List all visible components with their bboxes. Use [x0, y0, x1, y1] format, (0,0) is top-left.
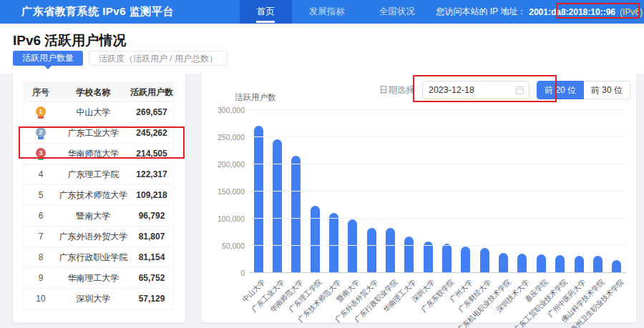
bar[interactable] [442, 244, 452, 272]
school-name: 广东行政职业学院 [57, 252, 130, 264]
ranking-table: 序号 学校名称 活跃用户数 1中山大学269,6572广东工业大学245,262… [24, 82, 175, 309]
bar[interactable] [555, 255, 565, 272]
top-n-button-group: 前 20 位 前 30 位 [537, 81, 630, 99]
page-title: IPv6 活跃用户情况 [13, 31, 126, 50]
table-row[interactable]: 10深圳大学57,129 [24, 288, 174, 309]
top-navbar: 广东省教育系统 IPv6 监测平台 首页 发展指标 全国状况 您访问本站的 IP… [0, 0, 644, 24]
bar[interactable] [424, 242, 433, 272]
rank-number: 8 [24, 252, 57, 262]
y-axis-tick-label: 250,000 [208, 133, 245, 141]
bar[interactable] [517, 254, 527, 272]
bar[interactable] [499, 253, 508, 272]
top-20-button[interactable]: 前 20 位 [537, 81, 584, 99]
active-user-count: 57,129 [130, 294, 174, 304]
rank-number: 7 [24, 232, 57, 242]
active-user-count: 81,154 [130, 252, 174, 262]
gridline [249, 245, 626, 246]
bar[interactable] [367, 228, 376, 272]
page: 广东省教育系统 IPv6 监测平台 首页 发展指标 全国状况 您访问本站的 IP… [0, 0, 644, 328]
date-picker-input[interactable]: 2023-12-18 [422, 81, 530, 99]
table-header-row: 序号 学校名称 活跃用户数 [24, 83, 174, 101]
bar[interactable] [461, 247, 470, 272]
col-header-rank: 序号 [24, 86, 57, 99]
bar[interactable] [291, 156, 301, 272]
table-row[interactable]: 5广东技术师范大学109,218 [24, 184, 174, 205]
chart-card: 日期选择 2023-12-18 前 20 位 前 30 位 活跃用户数 300,… [201, 74, 636, 322]
gridline [249, 191, 626, 192]
table-row[interactable]: 2广东工业大学245,262 [24, 122, 174, 143]
tab-active-user-count[interactable]: 活跃用户数量 [13, 51, 83, 66]
school-name: 中山大学 [57, 106, 130, 119]
table-row[interactable]: 9华南理工大学65,752 [24, 267, 174, 288]
ip-protocol-badge: (IPv6) [620, 7, 643, 17]
active-tab-caret-icon [44, 66, 52, 69]
y-axis-tick-label: 300,000 [208, 106, 245, 114]
table-row[interactable]: 8广东行政职业学院81,154 [24, 247, 174, 267]
gridline [249, 136, 626, 137]
rank-number: 4 [24, 169, 57, 179]
bar-chart-plot: 300,000250,000200,000150,000100,00050,00… [249, 109, 626, 272]
active-user-count: 269,657 [130, 107, 174, 117]
table-row[interactable]: 6暨南大学96,792 [24, 205, 174, 226]
school-name: 广东理工学院 [57, 169, 130, 181]
active-user-count: 245,262 [130, 128, 174, 138]
school-name: 华南理工大学 [57, 272, 130, 284]
col-header-users: 活跃用户数 [130, 86, 174, 99]
gridline [249, 218, 626, 219]
school-name: 华南师范大学 [57, 148, 130, 160]
active-user-count: 109,218 [130, 190, 174, 200]
rank-medal-icon: 3 [24, 148, 57, 160]
nav-item-development-index[interactable]: 发展指标 [292, 0, 362, 24]
bar[interactable] [311, 206, 320, 272]
active-user-count: 81,807 [130, 232, 174, 242]
nav-menu: 首页 发展指标 全国状况 [240, 0, 432, 24]
bar[interactable] [273, 139, 282, 272]
page-header: IPv6 活跃用户情况 活跃用户数量 活跃度（活跃用户 / 用户总数） [0, 24, 644, 74]
y-axis-title: 活跃用户数 [235, 92, 276, 103]
gridline [249, 164, 626, 164]
x-axis-line [249, 272, 626, 273]
visitor-ip-info: 您访问本站的 IP 地址： 2001:da8:2018:10::96 (IPv6… [436, 0, 643, 24]
nav-item-home[interactable]: 首页 [240, 0, 292, 24]
table-body: 1中山大学269,6572广东工业大学245,2623华南师范大学214,505… [24, 101, 174, 309]
nav-item-national-status[interactable]: 全国状况 [362, 0, 432, 24]
tab-activity-ratio[interactable]: 活跃度（活跃用户 / 用户总数） [89, 51, 228, 66]
y-axis-tick-label: 0 [208, 269, 245, 277]
bar[interactable] [537, 254, 546, 272]
ip-value: 2001:da8:2018:10::96 [526, 7, 618, 17]
rank-medal-icon: 1 [24, 106, 57, 119]
bar[interactable] [612, 260, 621, 272]
bar[interactable] [254, 126, 263, 272]
y-axis-tick-label: 100,000 [208, 214, 245, 223]
rank-medal-icon: 2 [24, 127, 57, 139]
bar[interactable] [329, 213, 338, 272]
bar[interactable] [593, 256, 602, 272]
table-row[interactable]: 3华南师范大学214,505 [24, 143, 174, 164]
gridline [249, 109, 626, 110]
y-axis-tick-label: 200,000 [208, 160, 245, 169]
table-row[interactable]: 4广东理工学院122,317 [24, 164, 174, 184]
rank-number: 9 [24, 273, 57, 283]
y-axis-tick-label: 150,000 [208, 187, 245, 196]
rank-number: 6 [24, 211, 57, 221]
school-name: 暨南大学 [57, 210, 130, 222]
bar[interactable] [348, 219, 357, 272]
table-row[interactable]: 7广东外语外贸大学81,807 [24, 226, 174, 247]
bar[interactable] [386, 228, 395, 272]
school-name: 广东技术师范大学 [57, 189, 130, 202]
bar[interactable] [404, 237, 414, 272]
col-header-school: 学校名称 [57, 86, 130, 99]
table-row[interactable]: 1中山大学269,657 [24, 101, 174, 122]
active-tab-underline [256, 21, 275, 23]
active-user-count: 65,752 [130, 273, 174, 283]
active-user-count: 122,317 [130, 169, 174, 179]
date-picker-label: 日期选择 [379, 84, 415, 96]
top-30-button[interactable]: 前 30 位 [584, 81, 630, 99]
school-name: 广东外语外贸大学 [57, 231, 130, 243]
brand-title: 广东省教育系统 IPv6 监测平台 [0, 5, 174, 19]
active-user-count: 214,505 [130, 149, 174, 159]
school-name: 广东工业大学 [57, 127, 130, 139]
bar[interactable] [575, 256, 584, 272]
bar[interactable] [480, 248, 489, 272]
ip-label: 您访问本站的 IP 地址： [436, 6, 526, 18]
